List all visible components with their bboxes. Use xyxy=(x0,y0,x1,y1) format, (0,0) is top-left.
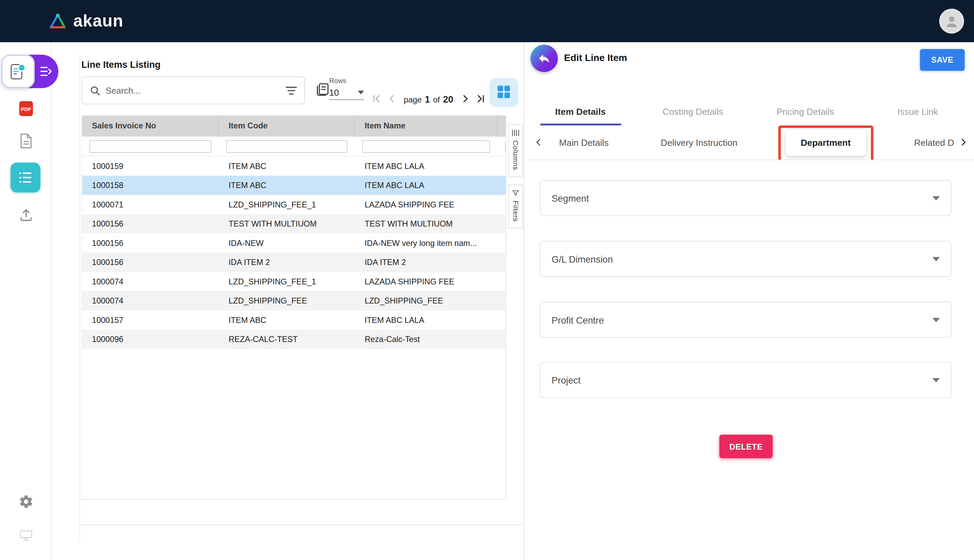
subtab-label: Delivery Instruction xyxy=(661,138,737,147)
search-input[interactable] xyxy=(106,85,281,95)
cell-extra xyxy=(497,330,506,349)
copy-pages-icon[interactable] xyxy=(315,82,330,97)
subtab-delivery-instruction[interactable]: Delivery Instruction xyxy=(657,130,741,156)
last-page-button[interactable] xyxy=(474,92,487,106)
gear-icon xyxy=(18,494,33,509)
table-body: 1000159ITEM ABCITEM ABC LALA1000158ITEM … xyxy=(82,157,506,349)
invoice-module-button[interactable] xyxy=(2,55,35,88)
invoice-icon xyxy=(10,63,26,80)
dropdown-g-l-dimension[interactable]: G/L Dimension xyxy=(540,241,952,277)
tab-item-details[interactable]: Item Details xyxy=(524,98,637,125)
cell-code: IDA ITEM 2 xyxy=(219,253,355,272)
tab-pricing-details[interactable]: Pricing Details xyxy=(749,98,862,125)
prev-page-button[interactable] xyxy=(385,92,399,106)
back-button[interactable] xyxy=(530,45,558,72)
next-page-button[interactable] xyxy=(459,92,472,106)
dropdown-project[interactable]: Project xyxy=(540,362,952,398)
cell-invoice: 1000159 xyxy=(82,157,219,176)
rows-select[interactable]: 10 xyxy=(329,88,364,100)
cell-code: REZA-CALC-TEST xyxy=(219,330,355,349)
settings-nav-button[interactable] xyxy=(0,494,52,509)
filters-tab[interactable]: Filters xyxy=(508,185,523,229)
table-row[interactable]: 1000156IDA-NEWIDA-NEW very long item nam… xyxy=(82,233,506,253)
filter-row xyxy=(82,137,506,157)
table-row[interactable]: 1000156IDA ITEM 2IDA ITEM 2 xyxy=(82,253,506,272)
cell-extra xyxy=(497,214,506,234)
subtab-label: Main Details xyxy=(559,138,608,147)
panel-left-border xyxy=(79,55,80,541)
subtabs-scroll-left-icon[interactable] xyxy=(532,135,545,149)
page-word: page xyxy=(404,95,422,104)
grid-icon xyxy=(497,85,510,99)
brand-name: akaun xyxy=(73,12,123,31)
save-button[interactable]: SAVE xyxy=(920,49,964,71)
cell-invoice: 1000074 xyxy=(82,272,219,291)
subtab-main-details[interactable]: Main Details xyxy=(555,130,612,156)
subtab-department[interactable]: Department xyxy=(786,130,866,156)
device-nav-button[interactable] xyxy=(0,530,52,542)
brand-logo[interactable]: akaun xyxy=(48,12,123,31)
table-row[interactable]: 1000157ITEM ABCITEM ABC LALA xyxy=(82,310,506,330)
filter-input-extra[interactable] xyxy=(505,140,506,152)
user-avatar[interactable] xyxy=(939,9,964,34)
upload-nav-button[interactable] xyxy=(0,207,52,222)
table-row[interactable]: 1000071LZD_SHIPPING_FEE_1LAZADA SHIPPING… xyxy=(82,195,506,214)
cell-name: ITEM ABC LALA xyxy=(355,176,497,195)
subtab-label: Related D xyxy=(914,138,954,147)
grid-view-button[interactable] xyxy=(490,78,517,106)
page-total: 20 xyxy=(443,93,453,104)
subtab-label: Department xyxy=(801,138,851,147)
cell-code: LZD_SHIPPING_FEE xyxy=(219,291,355,311)
filter-input-invoice[interactable] xyxy=(89,140,211,152)
cell-invoice: 1000156 xyxy=(82,233,219,253)
cell-code: LZD_SHIPPING_FEE_1 xyxy=(219,272,355,291)
header-sales-invoice-no[interactable]: Sales Invoice No xyxy=(82,115,219,137)
cell-invoice: 1000158 xyxy=(82,176,219,195)
chevron-down-icon xyxy=(932,257,940,261)
filter-input-name[interactable] xyxy=(362,140,490,152)
header-item-name[interactable]: Item Name xyxy=(355,115,497,137)
department-form: SegmentG/L DimensionProfit CentreProject xyxy=(540,180,952,423)
subtab-strip: Main DetailsDelivery InstructionDepartme… xyxy=(524,125,974,159)
cell-extra xyxy=(497,291,506,311)
search-box xyxy=(82,76,305,104)
rows-value: 10 xyxy=(329,88,358,97)
module-selector xyxy=(2,55,58,88)
document-nav-button[interactable] xyxy=(0,133,52,149)
columns-tab-label: Columns xyxy=(512,140,519,170)
topbar: akaun xyxy=(0,0,974,42)
subtab-related-d[interactable]: Related D xyxy=(910,130,957,156)
back-arrow-icon xyxy=(537,52,551,65)
tab-issue-link[interactable]: Issue Link xyxy=(862,98,974,125)
subtabs-scroll-right-icon[interactable] xyxy=(957,135,970,149)
chevron-down-icon xyxy=(932,317,940,322)
line-items-table: Sales Invoice No Item Code Item Name 100… xyxy=(82,115,506,500)
cell-extra xyxy=(497,176,506,195)
filter-input-code[interactable] xyxy=(226,140,347,152)
line-items-nav-button[interactable] xyxy=(10,163,40,192)
table-row[interactable]: 1000156TEST WITH MULTIUOMTEST WITH MULTI… xyxy=(82,214,506,234)
cell-invoice: 1000071 xyxy=(82,195,219,214)
dropdown-profit-centre[interactable]: Profit Centre xyxy=(540,302,952,338)
delete-button[interactable]: DELETE xyxy=(719,435,773,458)
dropdown-segment[interactable]: Segment xyxy=(540,180,952,216)
list-icon xyxy=(18,171,33,184)
field-label: G/L Dimension xyxy=(552,254,613,264)
pdf-nav-button[interactable]: PDF xyxy=(0,100,52,117)
akaun-logo-icon xyxy=(48,13,67,29)
cell-code: LZD_SHIPPING_FEE_1 xyxy=(219,195,355,214)
table-row[interactable]: 1000096REZA-CALC-TESTReza-Calc-Test xyxy=(82,330,506,349)
filter-lines-icon[interactable] xyxy=(285,86,297,95)
field-label: Segment xyxy=(552,193,589,203)
cell-name: LAZADA SHIPPING FEE xyxy=(355,195,497,214)
table-row[interactable]: 1000074LZD_SHIPPING_FEELZD_SHIPPING_FEE xyxy=(82,291,506,311)
table-row[interactable]: 1000074LZD_SHIPPING_FEE_1LAZADA SHIPPING… xyxy=(82,272,506,291)
table-row[interactable]: 1000158ITEM ABCITEM ABC LALA xyxy=(82,176,506,195)
columns-tab[interactable]: Columns xyxy=(508,124,523,177)
tab-costing-details[interactable]: Costing Details xyxy=(637,98,749,125)
first-page-button[interactable] xyxy=(370,92,384,106)
page-current: 1 xyxy=(425,93,430,104)
table-row[interactable]: 1000159ITEM ABCITEM ABC LALA xyxy=(82,157,506,176)
field-label: Project xyxy=(552,375,581,385)
header-item-code[interactable]: Item Code xyxy=(219,115,355,137)
